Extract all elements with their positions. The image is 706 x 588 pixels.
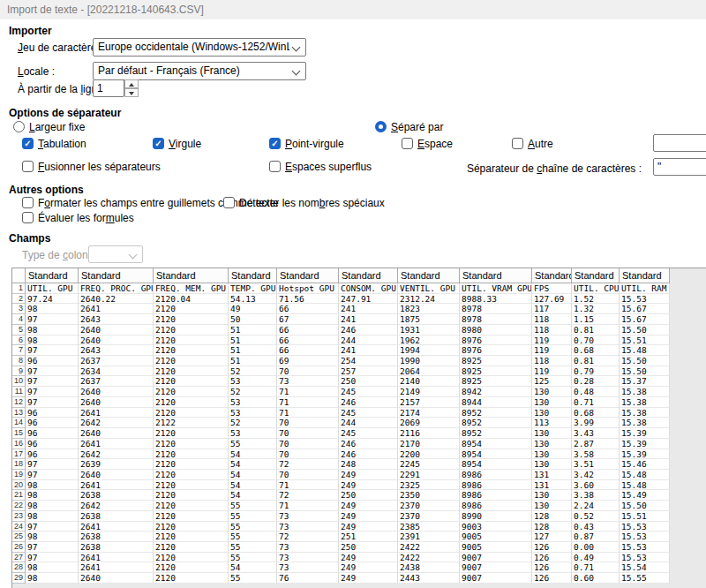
preview-cell: FREQ. MEM. GPU [154, 283, 229, 294]
locale-dropdown[interactable]: Par défaut - Français (France) [93, 62, 306, 80]
preview-cell: 8976 [460, 335, 532, 346]
column-type-header[interactable]: Standard [532, 268, 572, 283]
preview-cell: 249 [339, 480, 398, 491]
column-type-header[interactable]: Standard [572, 268, 620, 283]
preview-cell: 130 [532, 501, 572, 511]
row-number-cell: 20 [12, 480, 26, 491]
preview-cell: 1875 [398, 314, 460, 325]
preview-cell: 0.49 [572, 553, 620, 563]
checkbox-fusionner[interactable]: ✓ Fusionner les séparateurs [22, 160, 161, 173]
preview-cell: 54 [229, 562, 277, 573]
row-number-cell: 12 [12, 397, 26, 408]
preview-cell: 3.58 [572, 449, 620, 460]
preview-cell: 251 [339, 531, 398, 542]
preview-cell: 2641 [79, 439, 154, 449]
preview-row: 2198263821205472250235089861303.3815.49 [12, 490, 706, 501]
preview-cell: 3.42 [572, 470, 620, 480]
preview-cell: 15.39 [620, 439, 670, 449]
column-type-header[interactable]: Standard [26, 268, 79, 283]
preview-cell: 2640 [79, 335, 154, 346]
radio-separe-par[interactable]: Séparé par [375, 120, 443, 133]
preview-cell: 2064 [398, 366, 460, 377]
preview-cell: 55 [229, 439, 277, 449]
preview-cell: 2120 [154, 376, 229, 387]
preview-cell: 2174 [398, 408, 460, 418]
row-number-cell: 9 [12, 366, 26, 377]
checkbox-evaluer-formules[interactable]: ✓ Évaluer les formules [22, 211, 134, 224]
preview-cell: 9007 [460, 553, 532, 563]
preview-cell: 2120 [154, 480, 229, 491]
preview-cell: 96 [26, 428, 79, 439]
preview-cell: 8944 [460, 397, 532, 408]
charset-value: Europe occidentale (Windows-1252/WinLati… [98, 39, 289, 56]
row-number-cell: 4 [12, 314, 26, 325]
checkbox-virgule[interactable]: ✓ Virgule [153, 137, 201, 150]
charset-dropdown[interactable]: Europe occidentale (Windows-1252/WinLati… [93, 38, 306, 57]
preview-cell: 2422 [398, 553, 460, 563]
row-number-cell: 18 [12, 459, 26, 470]
preview-cell: 97 [26, 314, 79, 325]
preview-cell: 53 [229, 428, 277, 439]
column-type-header[interactable]: Standard [229, 268, 277, 283]
checkbox-icon: ✓ [153, 138, 164, 149]
section-champs: Champs [9, 232, 50, 245]
from-row-input[interactable]: 1 [93, 79, 124, 97]
preview-cell: 72 [277, 490, 339, 501]
column-type-header[interactable]: Standard [277, 268, 339, 283]
preview-cell: 2391 [398, 531, 460, 542]
preview-cell: 130 [532, 439, 572, 449]
checkbox-espaces-superflus[interactable]: ✓ Espaces superflus [269, 160, 372, 173]
preview-row: 1897263921205472248224589541303.5115.46 [12, 459, 706, 470]
checkbox-point-virgule[interactable]: ✓ Point-virgule [269, 137, 344, 150]
preview-cell: 130 [532, 459, 572, 470]
preview-cell: 2120 [154, 366, 229, 377]
column-type-header[interactable]: Standard [154, 268, 229, 283]
column-type-header[interactable]: Standard [339, 268, 398, 283]
preview-cell: 247.91 [339, 294, 398, 305]
preview-cell: 2120 [154, 562, 229, 573]
preview-row: 1097263721205373250214089251250.2815.37 [12, 376, 706, 387]
column-type-header[interactable]: Standard [398, 268, 460, 283]
radio-largeur-fixe-label: Largeur fixe [29, 121, 85, 133]
column-type-header[interactable]: Standard [79, 268, 154, 283]
preview-cell: 127.69 [532, 294, 572, 305]
radio-largeur-fixe[interactable]: Largeur fixe [13, 120, 85, 133]
row-number-cell: 1 [12, 283, 26, 294]
checkbox-autre[interactable]: ✓ Autre [512, 137, 553, 150]
preview-cell: VENTIL. GPU [398, 283, 460, 294]
row-number-cell: 17 [12, 449, 26, 460]
preview-cell: 72 [277, 531, 339, 542]
checkbox-tabulation[interactable]: ✓ Tabulation [22, 137, 86, 150]
checkbox-detecter-nombres[interactable]: ✓ Détecter les nombres spéciaux [223, 196, 385, 209]
preview-cell: 249 [339, 553, 398, 563]
row-number-cell: 8 [12, 356, 26, 366]
autre-separator-input[interactable] [653, 134, 706, 152]
preview-cell: 8986 [460, 490, 532, 501]
preview-row: 2298264221205571249237089861302.2415.50 [12, 501, 706, 511]
preview-cell: 15.48 [620, 470, 670, 480]
preview-cell: 128 [532, 511, 572, 522]
preview-corner-cell [12, 268, 26, 283]
preview-cell: 249 [339, 501, 398, 511]
preview-cell: 1823 [398, 304, 460, 314]
string-delimiter-input[interactable]: " [653, 158, 706, 176]
preview-cell: UTIL. GPU [26, 283, 79, 294]
spinner-down-button[interactable] [124, 88, 139, 97]
column-type-header[interactable]: Standard [460, 268, 532, 283]
preview-cell: 249 [339, 573, 398, 584]
checkbox-espace[interactable]: ✓ Espace [402, 137, 453, 150]
preview-cell: 98 [26, 531, 79, 542]
preview-cell: 246 [339, 397, 398, 408]
preview-cell: 254 [339, 356, 398, 366]
preview-cell: 15.46 [620, 459, 670, 470]
preview-cell: 2120 [154, 490, 229, 501]
column-type-header[interactable]: Standard [620, 268, 670, 283]
preview-cell: 1962 [398, 335, 460, 346]
preview-cell: 2120 [154, 501, 229, 511]
preview-cell: 71.56 [277, 294, 339, 305]
spinner-up-button[interactable] [124, 79, 139, 88]
preview-cell: 2120 [154, 314, 229, 325]
preview-cell: 0.71 [572, 562, 620, 573]
preview-cell: 248 [339, 459, 398, 470]
preview-cell: 2120 [154, 522, 229, 532]
